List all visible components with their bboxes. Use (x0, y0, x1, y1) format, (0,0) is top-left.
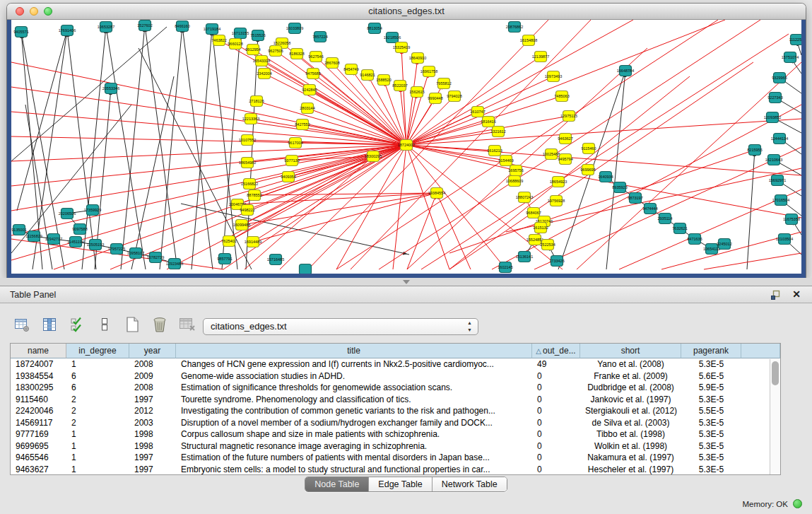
graph-node[interactable]: 9627506 (268, 46, 283, 57)
graph-node[interactable]: 19218506 (384, 33, 401, 43)
graph-node[interactable]: 1602145 (498, 262, 512, 273)
graph-node[interactable]: 11156829 (25, 231, 42, 242)
graph-edge[interactable] (307, 108, 406, 145)
graph-edge[interactable] (379, 20, 760, 269)
graph-node[interactable]: 12975115 (560, 111, 577, 122)
trash-icon[interactable] (151, 315, 169, 334)
table-cell[interactable]: 6 (66, 382, 129, 394)
graph-node[interactable]: 7857224 (312, 32, 327, 42)
table-cell[interactable]: Tibbo et al. (1998) (580, 428, 681, 440)
table-cell[interactable]: Tourette syndrome. Phenomenology and cla… (176, 394, 532, 406)
graph-node[interactable]: 2803144 (300, 103, 314, 114)
column-header-in_degree[interactable]: in_degree (66, 344, 129, 358)
graph-node[interactable]: 16648784 (617, 66, 634, 76)
graph-node[interactable]: 20553346 (102, 83, 119, 94)
graph-node[interactable]: 1695756 (508, 165, 523, 176)
graph-node[interactable]: 9463627 (558, 134, 572, 144)
column-header-year[interactable]: year (129, 344, 176, 358)
graph-edge[interactable] (276, 51, 406, 145)
graph-edge[interactable] (145, 25, 177, 269)
window-titlebar[interactable]: citations_edges.txt (7, 4, 806, 20)
table-cell[interactable]: Disruption of a novel member of a sodium… (176, 417, 532, 429)
graph-node[interactable]: 12505193 (87, 240, 104, 250)
graph-node[interactable]: 16154808 (520, 35, 537, 46)
graph-node[interactable]: 16099488 (233, 220, 250, 230)
graph-node[interactable]: 11451194 (67, 237, 84, 247)
graph-edge[interactable] (242, 193, 437, 225)
table-cell[interactable]: Franke et al. (2009) (580, 370, 681, 382)
tab-network-table[interactable]: Network Table (432, 477, 507, 491)
graph-node[interactable]: 1615132 (533, 223, 548, 233)
graph-node[interactable]: 16713155 (232, 28, 249, 39)
graph-edge[interactable] (747, 150, 755, 269)
graph-node[interactable] (300, 264, 312, 274)
graph-node[interactable]: 18654923 (550, 177, 567, 187)
graph-node[interactable]: 8454749 (343, 64, 358, 75)
table-cell[interactable]: Stergiakouli et al. (2012) (580, 405, 681, 417)
row-height-icon[interactable] (95, 315, 114, 334)
graph-node[interactable]: 16543318 (253, 56, 270, 66)
graph-node[interactable]: 10958107 (127, 248, 144, 259)
graph-edge[interactable] (406, 119, 801, 145)
graph-node[interactable]: 7625402 (221, 236, 236, 247)
table-cell[interactable]: 49 (532, 358, 580, 370)
graph-node[interactable]: 9990448 (428, 93, 442, 104)
table-cell[interactable]: 0 (532, 394, 580, 406)
tab-edge-table[interactable]: Edge Table (368, 477, 431, 491)
table-cell[interactable]: 6 (66, 370, 129, 382)
table-cell[interactable]: 5.3E-5 (681, 464, 741, 476)
graph-node[interactable]: 7632621 (672, 223, 687, 234)
graph-node[interactable]: 16033809 (286, 23, 303, 34)
graph-node[interactable]: 10107552 (239, 135, 256, 146)
graph-node[interactable]: 12942717 (45, 234, 62, 245)
memory-ok-icon[interactable] (793, 499, 802, 508)
graph-node[interactable]: 17691406 (59, 25, 76, 36)
table-cell[interactable]: 9699695 (11, 440, 66, 452)
table-cell[interactable]: 5.5E-5 (681, 405, 741, 417)
graph-edge[interactable] (11, 27, 167, 161)
graph-edge[interactable] (11, 145, 406, 211)
graph-node[interactable]: 2522534 (540, 240, 555, 250)
graph-node[interactable]: 9475685 (305, 69, 320, 79)
graph-node[interactable]: 12213363 (242, 114, 259, 124)
graph-node[interactable]: 1816416 (481, 117, 495, 127)
vertical-scrollbar[interactable] (770, 359, 780, 474)
graph-edge[interactable] (449, 76, 690, 269)
graph-node[interactable]: 12139877 (532, 52, 549, 62)
column-header-name[interactable]: name (11, 344, 66, 358)
graph-node[interactable]: 17359929 (84, 205, 101, 216)
graph-node[interactable]: 8471636 (687, 234, 702, 245)
table-cell[interactable]: 18724007 (11, 358, 66, 370)
graph-node[interactable]: 18654982 (239, 158, 256, 168)
graph-node[interactable]: 12444134 (771, 134, 788, 144)
table-cell[interactable]: Genome-wide association studies in ADHD. (176, 370, 532, 382)
table-cell[interactable]: 1997 (129, 464, 176, 476)
column-header-out_de[interactable]: △out_de... (532, 344, 580, 358)
table-cell[interactable]: 1997 (129, 452, 176, 464)
table-row[interactable]: 946362711997Embryonic stem cells: a mode… (11, 464, 780, 476)
table-cell[interactable]: Corpus callosum shape and size in male p… (176, 428, 532, 440)
graph-edge[interactable] (160, 26, 182, 269)
table-cell[interactable]: Nakamura et al. (1997) (580, 452, 681, 464)
table-cell[interactable]: 9115460 (11, 394, 66, 406)
graph-node[interactable]: 9617004 (288, 138, 302, 148)
table-cell[interactable]: 5.3E-5 (681, 440, 741, 452)
table-cell[interactable]: 2012 (129, 405, 176, 417)
graph-node[interactable]: 9405571 (13, 27, 28, 37)
graph-edge[interactable] (406, 145, 563, 269)
graph-node[interactable]: 10719184 (204, 24, 220, 35)
table-cell[interactable]: Changes of HCN gene expression and I(f) … (176, 358, 532, 370)
graph-node[interactable]: 8935923 (612, 182, 627, 193)
table-cell[interactable]: 1 (66, 452, 129, 464)
graph-node[interactable]: 2718126 (249, 96, 264, 107)
graph-node[interactable]: 18640910 (409, 53, 426, 64)
graph-node[interactable]: 8878552 (247, 190, 261, 201)
graph-node[interactable]: 1321612 (490, 127, 505, 137)
graph-node[interactable]: 15325419 (393, 42, 410, 53)
graph-edge[interactable] (406, 20, 725, 145)
graph-edge[interactable] (407, 193, 437, 269)
graph-node[interactable]: 9135001 (11, 225, 26, 235)
table-cell[interactable]: Structural magnetic resonance image aver… (176, 440, 532, 452)
float-panel-icon[interactable] (770, 290, 781, 300)
table-cell[interactable]: 0 (532, 452, 580, 464)
